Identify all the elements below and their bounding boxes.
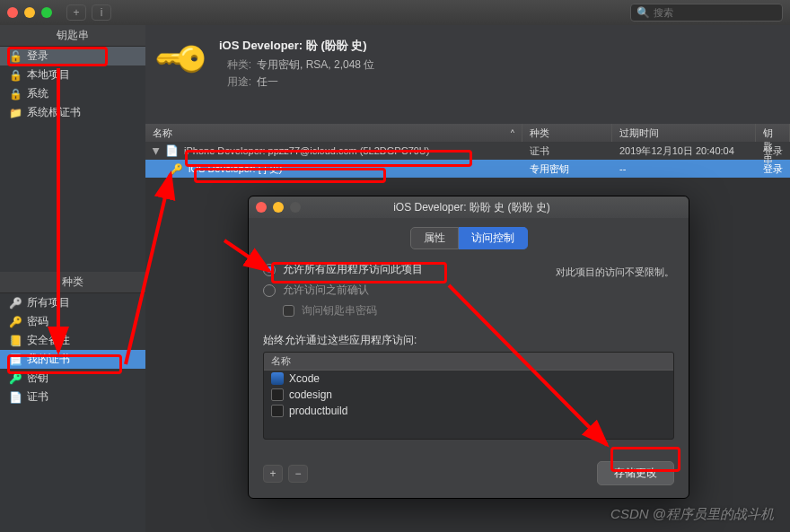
tab-access-control[interactable]: 访问控制 — [459, 227, 528, 249]
xcode-icon — [271, 372, 284, 385]
sidebar-item-login[interactable]: 登录 — [0, 47, 145, 65]
always-allow-label: 始终允许通过这些应用程序访问: — [263, 333, 674, 348]
note-icon — [9, 335, 22, 347]
table-header: 名称^ 种类 过期时间 钥匙串 — [145, 124, 790, 142]
keychain-window: + i 🔍 钥匙串 登录 本地项目 系统 系统根证书 种类 所有项目 密码 安全… — [0, 0, 790, 532]
sort-asc-icon: ^ — [511, 128, 514, 137]
detail-text: iOS Developer: 盼 (盼盼 史) 种类:专用密钥, RSA, 2,… — [219, 38, 374, 92]
dialog-tabs: 属性 访问控制 — [263, 227, 674, 249]
sidebar-cat-keys[interactable]: 密钥 — [0, 369, 145, 388]
certificates-icon — [9, 391, 22, 404]
app-name: productbuild — [289, 405, 347, 417]
lock-closed-icon — [9, 88, 22, 100]
remove-app-button[interactable]: − — [288, 465, 308, 483]
sidebar: 钥匙串 登录 本地项目 系统 系统根证书 种类 所有项目 密码 安全备注 我的证… — [0, 25, 145, 532]
th-name[interactable]: 名称^ — [145, 124, 522, 142]
checkbox-label: 询问钥匙串密码 — [302, 303, 377, 318]
detail-pane: 🔑 iOS Developer: 盼 (盼盼 史) 种类:专用密钥, RSA, … — [145, 25, 790, 124]
exec-icon — [271, 405, 284, 417]
app-list: 名称 Xcode codesign productbuild — [263, 352, 674, 440]
sidebar-item-label: 密钥 — [27, 371, 48, 386]
app-row[interactable]: codesign — [264, 387, 673, 403]
watermark: CSDN @程序员里的战斗机 — [610, 506, 774, 523]
sidebar-cat-notes[interactable]: 安全备注 — [0, 331, 145, 350]
th-keychain[interactable]: 钥匙串 — [756, 124, 790, 142]
detail-title: iOS Developer: 盼 (盼盼 史) — [219, 38, 374, 54]
app-name: codesign — [289, 388, 332, 401]
access-control-dialog: iOS Developer: 盼盼 史 (盼盼 史) 属性 访问控制 允许所有应… — [248, 196, 689, 499]
radio-icon — [263, 284, 276, 297]
sidebar-item-label: 安全备注 — [27, 333, 70, 348]
search-field[interactable] — [654, 7, 777, 18]
disclosure-open-icon[interactable]: ▶ — [152, 147, 162, 154]
access-note: 对此项目的访问不受限制。 — [556, 266, 674, 279]
sidebar-item-systemroot[interactable]: 系统根证书 — [0, 103, 145, 122]
sidebar-header-category: 种类 — [0, 272, 145, 293]
sidebar-item-label: 所有项目 — [27, 295, 70, 310]
search-icon: 🔍 — [636, 6, 650, 19]
th-kind[interactable]: 种类 — [522, 124, 612, 142]
zoom-icon[interactable] — [41, 7, 52, 18]
cell-exp: -- — [612, 163, 756, 174]
sidebar-item-label: 本地项目 — [27, 67, 70, 83]
password-icon — [9, 316, 22, 328]
sidebar-cat-all[interactable]: 所有项目 — [0, 293, 145, 312]
certificate-icon — [9, 353, 22, 366]
detail-use-value: 任一 — [257, 74, 278, 90]
cell-kind: 专用密钥 — [522, 162, 612, 176]
radio-icon — [263, 264, 276, 276]
checkbox-icon — [283, 305, 294, 317]
add-app-button[interactable]: + — [263, 465, 283, 483]
dialog-titlebar: iOS Developer: 盼盼 史 (盼盼 史) — [249, 196, 689, 218]
th-expires[interactable]: 过期时间 — [612, 124, 756, 142]
titlebar: + i 🔍 — [0, 0, 790, 25]
cell-kc: 登录 — [756, 162, 790, 176]
minimize-icon[interactable] — [24, 7, 35, 18]
save-changes-button[interactable]: 存储更改 — [597, 461, 674, 485]
sidebar-item-label: 系统 — [27, 86, 48, 101]
sidebar-item-label: 我的证书 — [27, 352, 70, 367]
radio-label: 允许访问之前确认 — [283, 283, 369, 298]
add-button[interactable]: + — [66, 4, 86, 21]
radio-label: 允许所有应用程序访问此项目 — [283, 262, 423, 277]
radio-allow-all[interactable]: 允许所有应用程序访问此项目 — [263, 262, 423, 277]
dialog-body: 属性 访问控制 允许所有应用程序访问此项目 对此项目的访问不受限制。 允许访问之… — [249, 218, 689, 461]
dialog-title: iOS Developer: 盼盼 史 (盼盼 史) — [262, 200, 681, 215]
cell-kc: 登录 — [756, 144, 790, 158]
checkbox-askpw[interactable]: 询问钥匙串密码 — [283, 303, 674, 318]
app-row[interactable]: Xcode — [264, 371, 673, 387]
certificate-icon — [165, 144, 179, 157]
allitems-icon — [9, 297, 22, 310]
folder-icon — [9, 107, 22, 119]
key-large-icon: 🔑 — [153, 29, 214, 90]
cell-name: iOS Developer: [ ] 史) — [189, 162, 283, 176]
detail-kind-value: 专用密钥, RSA, 2,048 位 — [257, 57, 374, 73]
sidebar-cat-passwords[interactable]: 密码 — [0, 312, 145, 331]
applist-header: 名称 — [264, 353, 673, 371]
dialog-footer: + − 存储更改 — [249, 461, 689, 498]
cell-exp: 2019年12月10日 20:40:04 — [612, 144, 756, 158]
window-traffic-lights — [7, 7, 52, 18]
sidebar-cat-certs[interactable]: 证书 — [0, 388, 145, 406]
sidebar-item-label: 密码 — [27, 314, 48, 329]
key-icon — [171, 163, 183, 175]
table-row[interactable]: iOS Developer: [ ] 史) 专用密钥 -- 登录 — [145, 160, 790, 178]
cell-name: iPhone Developer: ppzz77@icloud.com (5L2… — [184, 145, 429, 156]
key-icon — [9, 372, 22, 385]
lock-closed-icon — [9, 69, 22, 82]
tab-attributes[interactable]: 属性 — [410, 227, 459, 249]
sidebar-item-system[interactable]: 系统 — [0, 84, 145, 103]
lock-open-icon — [9, 50, 22, 63]
table-row[interactable]: ▶iPhone Developer: ppzz77@icloud.com (5L… — [145, 142, 790, 160]
sidebar-cat-mycerts[interactable]: 我的证书 — [0, 350, 145, 369]
sidebar-item-label: 系统根证书 — [27, 105, 81, 120]
search-input[interactable]: 🔍 — [630, 4, 783, 22]
sidebar-header-keychains: 钥匙串 — [0, 25, 145, 47]
sidebar-item-label: 证书 — [27, 389, 48, 405]
close-icon[interactable] — [7, 7, 18, 18]
radio-confirm[interactable]: 允许访问之前确认 — [263, 283, 674, 298]
info-button[interactable]: i — [92, 4, 111, 21]
cell-kind: 证书 — [522, 144, 612, 158]
sidebar-item-local[interactable]: 本地项目 — [0, 65, 145, 84]
app-row[interactable]: productbuild — [264, 403, 673, 419]
